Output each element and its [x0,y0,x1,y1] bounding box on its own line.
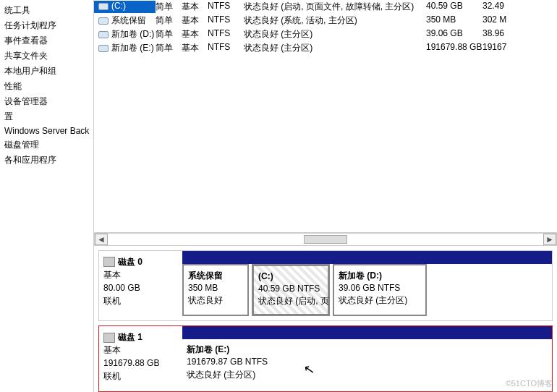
disk-1[interactable]: 磁盘 1 基本 191679.88 GB 联机 新加卷 (E:)191679.8… [98,325,553,392]
disk-map: 磁盘 0 基本 80.00 GB 联机 系统保留350 MB状态良好(C:)40… [94,246,557,392]
nav-task-scheduler[interactable]: 任务计划程序 [0,18,93,33]
volume-status: 状态良好 (系统, 活动, 主分区) [244,14,426,27]
volume-row[interactable]: (C:)简单基本NTFS状态良好 (启动, 页面文件, 故障转储, 主分区)40… [94,0,557,14]
volume-row[interactable]: 系统保留简单基本NTFS状态良好 (系统, 活动, 主分区)350 MB302 … [94,14,557,27]
nav-tree: 统工具 任务计划程序 事件查看器 共享文件夹 本地用户和组 性能 设备管理器 置… [0,0,94,392]
volume-icon [98,17,109,25]
scroll-thumb[interactable] [304,235,347,244]
volume-status: 状态良好 (主分区) [244,28,426,41]
disk-0-title: 磁盘 0 [118,257,143,267]
disk-0-state: 联机 [103,294,178,307]
partition-status: 状态良好 (主分区) [187,369,286,381]
h-scrollbar[interactable]: ◄ ► [94,233,557,246]
disk-0-size: 80.00 GB [103,281,178,294]
partition-name: 新加卷 (E:) [187,344,286,356]
volume-free: 302 M [482,14,557,27]
volume-status: 状态良好 (启动, 页面文件, 故障转储, 主分区) [244,1,426,13]
disk-0-map: 系统保留350 MB状态良好(C:)40.59 GB NTFS状态良好 (启动,… [182,251,552,320]
volume-type: 基本 [182,28,208,41]
partition-name: (C:) [258,270,323,283]
disk-0-bar [182,251,552,264]
disk-1-type: 基本 [103,344,178,357]
volume-type: 基本 [182,14,208,27]
volume-capacity: 350 MB [426,14,482,27]
scroll-left-icon[interactable]: ◄ [95,234,108,245]
volume-row[interactable]: 新加卷 (D:)简单基本NTFS状态良好 (主分区)39.06 GB38.96 [94,27,557,41]
partition-size: 40.59 GB NTFS [258,283,323,295]
nav-windows-backup[interactable]: Windows Server Back [0,124,93,137]
volume-capacity: 39.06 GB [426,28,482,41]
partition-size: 39.06 GB NTFS [339,282,421,294]
nav-performance[interactable]: 性能 [0,79,93,94]
volume-list: (C:)简单基本NTFS状态良好 (启动, 页面文件, 故障转储, 主分区)40… [94,0,557,233]
watermark: ©51CTO博客 [506,378,553,389]
volume-type: 基本 [182,1,208,13]
volume-name: 系统保留 [94,14,156,27]
disk-1-info: 磁盘 1 基本 191679.88 GB 联机 [99,326,182,391]
partition-size: 350 MB [188,282,243,294]
disk-1-title: 磁盘 1 [118,332,143,342]
disk-1-map: 新加卷 (E:)191679.87 GB NTFS状态良好 (主分区) [182,326,552,391]
scroll-right-icon[interactable]: ► [543,234,556,245]
partition-status: 状态良好 (启动, 页 [258,295,323,307]
partition[interactable]: (C:)40.59 GB NTFS状态良好 (启动, 页 [252,264,330,316]
nav-event-viewer[interactable]: 事件查看器 [0,33,93,48]
volume-fs: NTFS [208,42,244,54]
volume-fs: NTFS [208,14,244,27]
volume-free: 38.96 [482,28,557,41]
volume-name: (C:) [94,1,156,13]
disk-1-size: 191679.88 GB [103,357,178,370]
volume-icon [98,31,109,38]
scroll-track[interactable] [108,234,543,245]
volume-fs: NTFS [208,1,244,13]
partition-name: 新加卷 (D:) [339,270,421,282]
partition-size: 191679.87 GB NTFS [187,356,286,368]
nav-shared-folders[interactable]: 共享文件夹 [0,48,93,64]
volume-row[interactable]: 新加卷 (E:)简单基本NTFS状态良好 (主分区)191679.88 GB19… [94,41,557,55]
partition-status: 状态良好 [188,294,243,307]
main-pane: (C:)简单基本NTFS状态良好 (启动, 页面文件, 故障转储, 主分区)40… [94,0,557,392]
volume-icon [98,3,109,10]
volume-fs: NTFS [208,28,244,41]
volume-layout: 简单 [156,28,182,41]
nav-system-tools[interactable]: 统工具 [0,3,93,18]
disk-1-bar [182,326,552,339]
volume-name: 新加卷 (E:) [94,42,156,54]
volume-free: 19167 [482,42,557,54]
volume-capacity: 191679.88 GB [426,42,482,54]
nav-disk-management[interactable]: 磁盘管理 [0,137,93,153]
volume-name: 新加卷 (D:) [94,28,156,41]
nav-services-apps[interactable]: 各和应用程序 [0,153,93,168]
partition[interactable]: 新加卷 (D:)39.06 GB NTFS状态良好 (主分区) [333,264,427,316]
partition-name: 系统保留 [188,270,243,282]
disk-0-info: 磁盘 0 基本 80.00 GB 联机 [99,251,182,320]
volume-layout: 简单 [156,14,182,27]
volume-icon [98,45,109,52]
nav-device-manager[interactable]: 设备管理器 [0,94,93,109]
volume-capacity: 40.59 GB [426,1,482,13]
disk-icon [103,333,115,343]
volume-status: 状态良好 (主分区) [244,42,426,54]
disk-0[interactable]: 磁盘 0 基本 80.00 GB 联机 系统保留350 MB状态良好(C:)40… [98,250,553,321]
volume-type: 基本 [182,42,208,54]
nav-storage[interactable]: 置 [0,109,93,124]
disk-icon [103,257,115,267]
partition-status: 状态良好 (主分区) [339,294,421,307]
volume-free: 32.49 [482,1,557,13]
volume-layout: 简单 [156,42,182,54]
disk-1-state: 联机 [103,370,178,383]
nav-local-users[interactable]: 本地用户和组 [0,64,93,79]
partition[interactable]: 新加卷 (E:)191679.87 GB NTFS状态良好 (主分区) [182,339,291,387]
partition[interactable]: 系统保留350 MB状态良好 [182,264,249,316]
disk-0-type: 基本 [103,268,178,281]
volume-layout: 简单 [156,1,182,13]
